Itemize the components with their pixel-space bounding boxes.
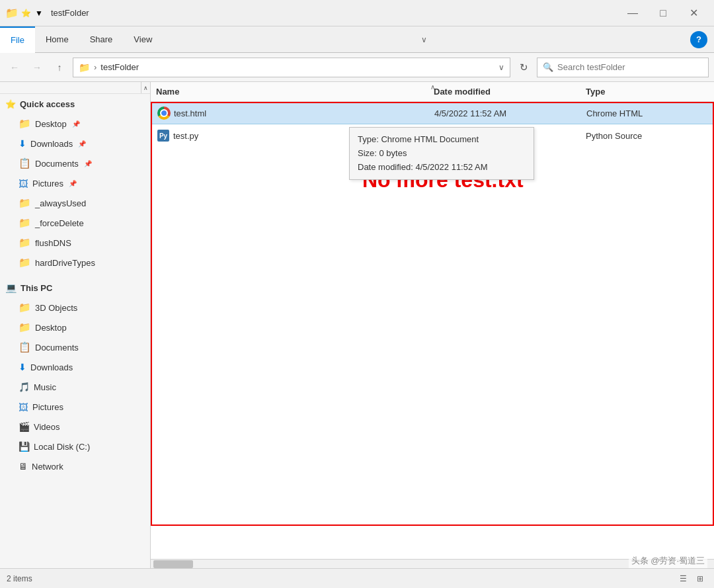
- search-icon: 🔍: [543, 62, 553, 72]
- sidebar-item-desktop[interactable]: 📁 Desktop 📌: [0, 114, 150, 134]
- tab-file[interactable]: File: [0, 26, 35, 53]
- sidebar-item-network[interactable]: 🖥 Network: [0, 456, 150, 476]
- main-layout: ∧ ⭐ Quick access 📁 Desktop 📌 ⬇ Downloads…: [0, 82, 714, 568]
- nav-up-button[interactable]: ↑: [50, 58, 69, 77]
- network-icon: 🖥: [19, 461, 28, 472]
- view-grid-button[interactable]: ⊞: [693, 571, 707, 586]
- sort-indicator: ∧: [430, 83, 435, 91]
- download-icon-2: ⬇: [19, 362, 26, 372]
- file-tooltip: Type: Chrome HTML Document Size: 0 bytes…: [349, 127, 534, 180]
- download-icon: ⬇: [19, 138, 26, 149]
- sidebar-item-pictures[interactable]: 🖼 Pictures 📌: [0, 173, 150, 193]
- folder-3d-icon: 📁: [19, 302, 31, 314]
- maximize-button[interactable]: □: [648, 0, 678, 26]
- pin-icon-desktop: 📌: [72, 120, 80, 128]
- address-separator: ›: [94, 62, 97, 72]
- sidebar-label-flushdns: flushDNS: [35, 238, 71, 248]
- title-small-icon2: ▼: [35, 9, 43, 18]
- sidebar-item-harddrivetypes[interactable]: 📁 hardDriveTypes: [0, 253, 150, 273]
- chrome-icon-container: [157, 106, 171, 120]
- address-folder-name: testFolder: [100, 62, 139, 72]
- ribbon-chevron[interactable]: ∨: [416, 35, 432, 44]
- search-input[interactable]: [557, 62, 703, 72]
- quick-access-label: Quick access: [20, 99, 75, 109]
- sidebar-section-quick-access[interactable]: ⭐ Quick access: [0, 94, 150, 114]
- sidebar-label-documents: Documents: [35, 159, 79, 169]
- star-icon: ⭐: [5, 99, 16, 109]
- title-folder-icon: 📁: [5, 7, 19, 19]
- folder-yellow-icon-1: 📁: [19, 197, 31, 209]
- sidebar-item-3dobjects[interactable]: 📁 3D Objects: [0, 298, 150, 317]
- sidebar-item-documents[interactable]: 📋 Documents 📌: [0, 153, 150, 173]
- tab-home[interactable]: Home: [35, 26, 79, 53]
- thispc-icon: 💻: [5, 282, 17, 293]
- sidebar-label-alwaysused: _alwaysUsed: [35, 198, 86, 208]
- file-type-test-py: Python Source: [586, 131, 709, 141]
- python-icon: Py: [157, 130, 169, 142]
- address-path[interactable]: 📁 › testFolder ∨: [73, 58, 510, 77]
- content-area: ∧ Name Date modified Type test.html 4/5/…: [151, 82, 714, 568]
- sidebar-label-forcedelete: _forceDelete: [35, 218, 84, 228]
- sidebar-label-downloads: Downloads: [30, 139, 73, 149]
- col-name-header[interactable]: Name: [156, 87, 434, 97]
- thispc-label: This PC: [20, 283, 52, 293]
- sidebar-label-downloads2: Downloads: [30, 362, 73, 372]
- pin-icon-pictures: 📌: [69, 180, 77, 187]
- address-chevron[interactable]: ∨: [498, 63, 504, 72]
- pin-icon-documents: 📌: [84, 160, 92, 167]
- sidebar-item-pictures2[interactable]: 🖼 Pictures: [0, 397, 150, 417]
- folder-blue-icon: 📁: [19, 118, 31, 130]
- title-text: testFolder: [51, 8, 617, 18]
- sidebar-section-thispc[interactable]: 💻 This PC: [0, 278, 150, 298]
- tab-share[interactable]: Share: [79, 26, 124, 53]
- sidebar-label-desktop2: Desktop: [35, 323, 67, 333]
- status-right: ☰ ⊞: [676, 571, 707, 586]
- sidebar-item-downloads[interactable]: ⬇ Downloads 📌: [0, 134, 150, 153]
- close-button[interactable]: ✕: [678, 0, 709, 26]
- nav-back-button[interactable]: ←: [5, 58, 24, 77]
- minimize-button[interactable]: —: [617, 0, 648, 26]
- sidebar-item-forcedelete[interactable]: 📁 _forceDelete: [0, 213, 150, 233]
- h-scroll-thumb[interactable]: [153, 560, 193, 568]
- title-small-icon1: ⭐: [21, 9, 31, 18]
- sidebar-label-pictures: Pictures: [32, 179, 63, 189]
- sidebar-label-3dobjects: 3D Objects: [35, 303, 77, 313]
- sidebar-item-alwaysused[interactable]: 📁 _alwaysUsed: [0, 193, 150, 213]
- sidebar-item-videos[interactable]: 🎬 Videos: [0, 417, 150, 437]
- tab-view[interactable]: View: [123, 26, 163, 53]
- watermark: 头条 @劳资·蜀道三: [629, 554, 707, 568]
- sidebar-item-local-disk[interactable]: 💾 Local Disk (C:): [0, 437, 150, 456]
- file-name-test-html: test.html: [174, 108, 434, 118]
- view-list-button[interactable]: ☰: [676, 571, 690, 586]
- videos-icon: 🎬: [19, 421, 30, 432]
- help-button[interactable]: ?: [690, 31, 707, 48]
- sidebar-label-local-disk: Local Disk (C:): [34, 442, 90, 452]
- folder-yellow-icon-2: 📁: [19, 217, 31, 229]
- folder-docs-icon: 📋: [19, 157, 31, 169]
- folder-pics-icon-2: 🖼: [19, 401, 28, 413]
- tooltip-size: Size: 0 bytes: [358, 147, 526, 161]
- file-date-test-html: 4/5/2022 11:52 AM: [434, 108, 586, 118]
- sidebar-item-documents2[interactable]: 📋 Documents: [0, 337, 150, 357]
- column-headers: ∧ Name Date modified Type: [151, 82, 714, 102]
- folder-pics-icon: 🖼: [19, 178, 28, 189]
- file-list: test.html 4/5/2022 11:52 AM Chrome HTML …: [151, 102, 714, 559]
- col-type-header[interactable]: Type: [586, 87, 709, 97]
- nav-forward-button[interactable]: →: [28, 58, 46, 77]
- chrome-icon: [157, 106, 171, 120]
- refresh-button[interactable]: ↻: [514, 58, 533, 77]
- sidebar-label-videos: Videos: [34, 422, 60, 432]
- sidebar-item-desktop2[interactable]: 📁 Desktop: [0, 317, 150, 337]
- ribbon: File Home Share View ∨ ?: [0, 26, 714, 53]
- sidebar-scroll-up[interactable]: ∧: [141, 82, 150, 93]
- sidebar-item-flushdns[interactable]: 📁 flushDNS: [0, 233, 150, 253]
- file-row-test-html[interactable]: test.html 4/5/2022 11:52 AM Chrome HTML: [151, 102, 714, 124]
- title-controls: — □ ✕: [617, 0, 709, 26]
- folder-docs-icon-2: 📋: [19, 341, 31, 353]
- music-icon: 🎵: [19, 382, 30, 392]
- sidebar-item-music[interactable]: 🎵 Music: [0, 377, 150, 397]
- tooltip-date: Date modified: 4/5/2022 11:52 AM: [358, 161, 526, 175]
- col-date-header[interactable]: Date modified: [434, 87, 586, 97]
- search-box[interactable]: 🔍: [537, 58, 709, 77]
- sidebar-item-downloads2[interactable]: ⬇ Downloads: [0, 357, 150, 377]
